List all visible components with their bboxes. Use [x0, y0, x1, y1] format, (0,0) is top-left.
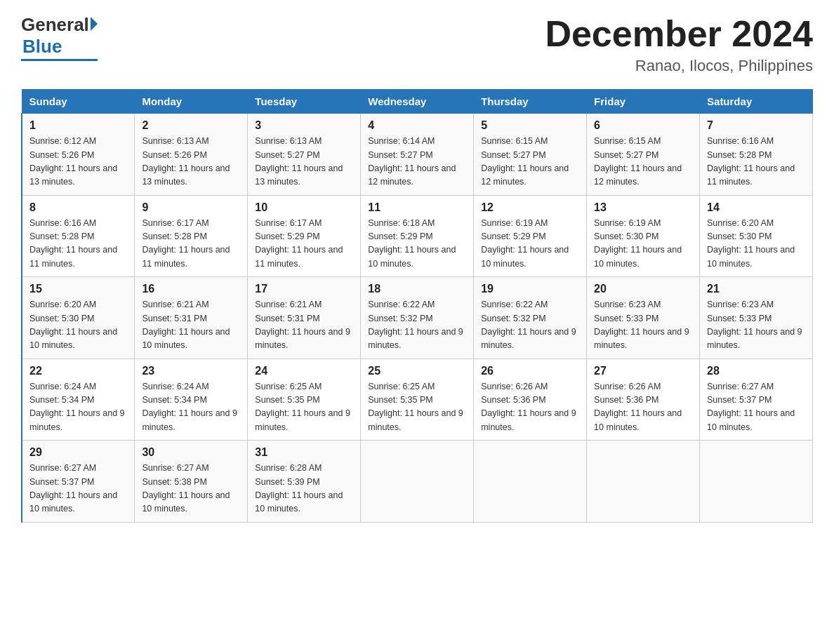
- header-monday: Monday: [135, 90, 248, 114]
- calendar-cell: 6Sunrise: 6:15 AMSunset: 5:27 PMDaylight…: [587, 114, 700, 196]
- logo: General Blue: [21, 14, 98, 61]
- day-number: 25: [368, 365, 466, 377]
- week-row-1: 1Sunrise: 6:12 AMSunset: 5:26 PMDaylight…: [22, 114, 813, 196]
- calendar-cell: 18Sunrise: 6:22 AMSunset: 5:32 PMDayligh…: [361, 277, 474, 359]
- day-info: Sunrise: 6:17 AMSunset: 5:28 PMDaylight:…: [142, 217, 240, 271]
- week-row-2: 8Sunrise: 6:16 AMSunset: 5:28 PMDaylight…: [22, 195, 813, 277]
- day-info: Sunrise: 6:27 AMSunset: 5:37 PMDaylight:…: [707, 380, 805, 435]
- calendar-cell: 25Sunrise: 6:25 AMSunset: 5:35 PMDayligh…: [361, 358, 474, 441]
- day-number: 1: [29, 119, 127, 132]
- day-number: 11: [368, 201, 466, 214]
- header-tuesday: Tuesday: [248, 90, 361, 114]
- week-row-3: 15Sunrise: 6:20 AMSunset: 5:30 PMDayligh…: [22, 277, 813, 359]
- day-number: 17: [255, 283, 353, 295]
- day-info: Sunrise: 6:20 AMSunset: 5:30 PMDaylight:…: [707, 217, 805, 271]
- calendar-cell: 7Sunrise: 6:16 AMSunset: 5:28 PMDaylight…: [700, 114, 813, 196]
- day-info: Sunrise: 6:13 AMSunset: 5:26 PMDaylight:…: [142, 135, 240, 189]
- day-info: Sunrise: 6:24 AMSunset: 5:34 PMDaylight:…: [142, 380, 240, 435]
- day-number: 18: [368, 283, 466, 295]
- calendar-cell: 17Sunrise: 6:21 AMSunset: 5:31 PMDayligh…: [248, 277, 361, 359]
- day-info: Sunrise: 6:15 AMSunset: 5:27 PMDaylight:…: [481, 135, 579, 189]
- day-number: 6: [594, 119, 692, 132]
- day-info: Sunrise: 6:25 AMSunset: 5:35 PMDaylight:…: [255, 380, 353, 435]
- calendar-cell: [361, 441, 474, 523]
- day-info: Sunrise: 6:22 AMSunset: 5:32 PMDaylight:…: [368, 298, 466, 353]
- header-thursday: Thursday: [474, 90, 587, 114]
- day-number: 13: [594, 201, 692, 214]
- header-row: SundayMondayTuesdayWednesdayThursdayFrid…: [22, 90, 813, 114]
- calendar-cell: 30Sunrise: 6:27 AMSunset: 5:38 PMDayligh…: [135, 441, 248, 523]
- calendar-cell: 21Sunrise: 6:23 AMSunset: 5:33 PMDayligh…: [700, 277, 813, 359]
- day-info: Sunrise: 6:25 AMSunset: 5:35 PMDaylight:…: [368, 380, 466, 435]
- day-info: Sunrise: 6:27 AMSunset: 5:38 PMDaylight:…: [142, 462, 240, 516]
- calendar-cell: 22Sunrise: 6:24 AMSunset: 5:34 PMDayligh…: [22, 358, 135, 441]
- day-info: Sunrise: 6:12 AMSunset: 5:26 PMDaylight:…: [29, 135, 127, 189]
- header-friday: Friday: [587, 90, 700, 114]
- calendar-cell: 3Sunrise: 6:13 AMSunset: 5:27 PMDaylight…: [248, 114, 361, 196]
- calendar-cell: 14Sunrise: 6:20 AMSunset: 5:30 PMDayligh…: [700, 195, 813, 277]
- day-number: 23: [142, 365, 240, 377]
- day-info: Sunrise: 6:22 AMSunset: 5:32 PMDaylight:…: [481, 298, 579, 353]
- day-number: 9: [142, 201, 240, 214]
- day-number: 24: [255, 365, 353, 377]
- location-text: Ranao, Ilocos, Philippines: [545, 57, 813, 75]
- day-info: Sunrise: 6:19 AMSunset: 5:29 PMDaylight:…: [481, 217, 579, 271]
- logo-blue-text: Blue: [21, 36, 62, 58]
- day-number: 5: [481, 119, 579, 132]
- calendar-cell: 16Sunrise: 6:21 AMSunset: 5:31 PMDayligh…: [135, 277, 248, 359]
- page-header: General Blue December 2024 Ranao, Ilocos…: [21, 14, 813, 75]
- calendar-cell: 19Sunrise: 6:22 AMSunset: 5:32 PMDayligh…: [474, 277, 587, 359]
- day-info: Sunrise: 6:17 AMSunset: 5:29 PMDaylight:…: [255, 217, 353, 271]
- calendar-cell: [587, 441, 700, 523]
- day-info: Sunrise: 6:13 AMSunset: 5:27 PMDaylight:…: [255, 135, 353, 189]
- calendar-cell: 4Sunrise: 6:14 AMSunset: 5:27 PMDaylight…: [361, 114, 474, 196]
- day-number: 27: [594, 365, 692, 377]
- day-info: Sunrise: 6:26 AMSunset: 5:36 PMDaylight:…: [594, 380, 692, 435]
- day-number: 21: [707, 283, 805, 295]
- day-number: 2: [142, 119, 240, 132]
- day-info: Sunrise: 6:16 AMSunset: 5:28 PMDaylight:…: [29, 217, 127, 271]
- day-number: 10: [255, 201, 353, 214]
- calendar-cell: 12Sunrise: 6:19 AMSunset: 5:29 PMDayligh…: [474, 195, 587, 277]
- day-number: 4: [368, 119, 466, 132]
- header-sunday: Sunday: [22, 90, 135, 114]
- day-info: Sunrise: 6:28 AMSunset: 5:39 PMDaylight:…: [255, 462, 353, 516]
- day-number: 12: [481, 201, 579, 214]
- calendar-cell: 10Sunrise: 6:17 AMSunset: 5:29 PMDayligh…: [248, 195, 361, 277]
- day-info: Sunrise: 6:21 AMSunset: 5:31 PMDaylight:…: [255, 298, 353, 353]
- day-info: Sunrise: 6:23 AMSunset: 5:33 PMDaylight:…: [707, 298, 805, 353]
- header-saturday: Saturday: [700, 90, 813, 114]
- day-info: Sunrise: 6:26 AMSunset: 5:36 PMDaylight:…: [481, 380, 579, 435]
- calendar-cell: 28Sunrise: 6:27 AMSunset: 5:37 PMDayligh…: [700, 358, 813, 441]
- day-info: Sunrise: 6:15 AMSunset: 5:27 PMDaylight:…: [594, 135, 692, 189]
- week-row-4: 22Sunrise: 6:24 AMSunset: 5:34 PMDayligh…: [22, 358, 813, 441]
- day-number: 19: [481, 283, 579, 295]
- day-number: 26: [481, 365, 579, 377]
- calendar-cell: 31Sunrise: 6:28 AMSunset: 5:39 PMDayligh…: [248, 441, 361, 523]
- day-number: 20: [594, 283, 692, 295]
- day-info: Sunrise: 6:20 AMSunset: 5:30 PMDaylight:…: [29, 298, 127, 353]
- calendar-cell: 26Sunrise: 6:26 AMSunset: 5:36 PMDayligh…: [474, 358, 587, 441]
- calendar-cell: 11Sunrise: 6:18 AMSunset: 5:29 PMDayligh…: [361, 195, 474, 277]
- week-row-5: 29Sunrise: 6:27 AMSunset: 5:37 PMDayligh…: [22, 441, 813, 523]
- logo-general-text: General: [21, 14, 89, 36]
- month-title: December 2024: [545, 14, 813, 54]
- day-info: Sunrise: 6:18 AMSunset: 5:29 PMDaylight:…: [368, 217, 466, 271]
- day-number: 3: [255, 119, 353, 132]
- calendar-cell: [474, 441, 587, 523]
- day-info: Sunrise: 6:23 AMSunset: 5:33 PMDaylight:…: [594, 298, 692, 353]
- calendar-cell: 5Sunrise: 6:15 AMSunset: 5:27 PMDaylight…: [474, 114, 587, 196]
- logo-underline: [21, 59, 98, 61]
- day-number: 15: [29, 283, 127, 295]
- day-number: 16: [142, 283, 240, 295]
- day-number: 30: [142, 446, 240, 459]
- day-number: 29: [29, 446, 127, 459]
- calendar-cell: 1Sunrise: 6:12 AMSunset: 5:26 PMDaylight…: [22, 114, 135, 196]
- calendar-cell: 20Sunrise: 6:23 AMSunset: 5:33 PMDayligh…: [587, 277, 700, 359]
- day-number: 8: [29, 201, 127, 214]
- day-number: 28: [707, 365, 805, 377]
- calendar-cell: [700, 441, 813, 523]
- calendar-cell: 23Sunrise: 6:24 AMSunset: 5:34 PMDayligh…: [135, 358, 248, 441]
- day-number: 14: [707, 201, 805, 214]
- day-info: Sunrise: 6:24 AMSunset: 5:34 PMDaylight:…: [29, 380, 127, 435]
